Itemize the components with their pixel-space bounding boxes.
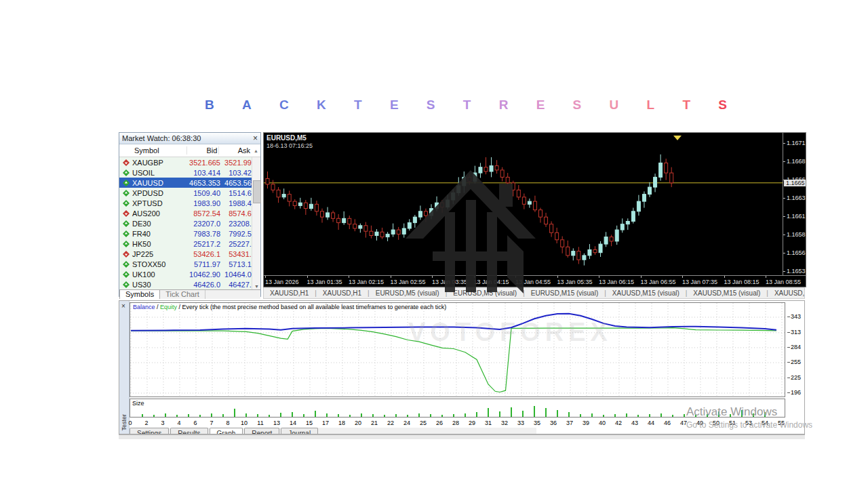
trend-up-icon <box>123 261 130 268</box>
trend-up-icon <box>123 241 130 247</box>
chart-tab[interactable]: EURUSD,M15 (visual) <box>525 289 604 297</box>
trend-down-icon <box>123 210 130 217</box>
graph-y-tick: 255 <box>791 359 801 365</box>
bid-cell: 10462.90 <box>185 270 220 279</box>
graph-x-tick: 25 <box>416 420 430 426</box>
ask-cell: 1514.63 <box>220 189 256 197</box>
title-letter: R <box>499 98 509 113</box>
market-watch-row[interactable]: AUS2008572.548574.60 <box>119 208 260 218</box>
symbol-cell: DE30 <box>132 220 185 228</box>
trend-up-icon <box>123 190 130 197</box>
graph-legend: Balance / Equity / Every tick (the most … <box>133 304 446 310</box>
graph-x-tick: 22 <box>384 420 397 426</box>
chart-tab[interactable]: XAUUSD,M15 (visual) <box>768 289 805 297</box>
title-letter: B <box>205 98 214 113</box>
symbol-cell: AUS200 <box>132 209 185 218</box>
chart-tab[interactable]: XAUUSD,M15 (visual) <box>687 289 766 297</box>
legend-description: / Every tick (the most precise method ba… <box>177 304 446 310</box>
activate-windows-subtext: Go to Settings to activate Windows <box>686 420 812 430</box>
market-watch-row[interactable]: STOXX505711.975713.12 <box>119 259 260 269</box>
title-letter: E <box>390 98 399 113</box>
market-watch-row[interactable]: USOIL103.414103.428 <box>119 167 260 178</box>
statusbar-strip <box>119 434 805 439</box>
tester-tab-journal[interactable]: Journal <box>281 428 318 434</box>
size-label: Size <box>132 400 144 407</box>
graph-x-tick: 3 <box>156 420 170 426</box>
ask-cell: 3521.992 <box>220 159 256 167</box>
graph-x-tick: 43 <box>628 420 642 426</box>
market-watch-scrollbar[interactable]: ▼ <box>252 157 260 289</box>
app-window: BACKTESTRESULTS Market Watch: 06:38:30 ×… <box>0 0 868 488</box>
graph-x-tick: 44 <box>644 420 658 426</box>
ask-cell: 8574.60 <box>220 209 256 218</box>
balance-graph[interactable]: Balance / Equity / Every tick (the most … <box>130 302 785 397</box>
scroll-up-icon[interactable]: ▲ <box>252 148 260 153</box>
market-watch-row[interactable]: UK10010462.9010464.06 <box>119 269 260 279</box>
title-letter: U <box>610 98 619 113</box>
title-letter: S <box>573 98 582 113</box>
market-watch-tab-symbols[interactable]: Symbols <box>119 289 160 299</box>
graph-x-tick: 29 <box>465 420 479 426</box>
market-watch-row[interactable]: XAUUSD4653.3534653.569 <box>119 178 260 188</box>
bid-cell: 4653.353 <box>185 179 220 187</box>
market-watch-tab-tick-chart[interactable]: Tick Chart <box>160 290 205 299</box>
market-watch-row[interactable]: US3046426.046427.5 <box>119 279 260 289</box>
close-icon[interactable]: × <box>253 134 258 142</box>
time-tick: 13 Jan 05:35 <box>557 279 593 285</box>
graph-x-tick: 40 <box>595 420 609 426</box>
column-header-bid[interactable]: Bid <box>187 146 220 155</box>
graph-y-tick: 313 <box>791 329 801 336</box>
bid-cell: 46426.0 <box>185 281 220 289</box>
column-header-ask[interactable]: Ask <box>219 146 252 155</box>
symbol-cell: HK50 <box>132 240 185 248</box>
symbol-cell: USOIL <box>132 169 185 177</box>
market-watch-rows: XAUGBP3521.6653521.992USOIL103.414103.42… <box>119 157 260 289</box>
chart-info-line: 18-6.13 07:16:25 <box>267 142 313 149</box>
ask-cell: 1988.48 <box>220 199 256 207</box>
bid-cell: 103.414 <box>185 169 220 177</box>
title-letter: S <box>718 98 727 113</box>
graph-x-tick: 0 <box>123 420 137 426</box>
ask-cell: 53431.1 <box>220 250 256 258</box>
scroll-down-icon[interactable]: ▼ <box>252 284 261 289</box>
graph-x-tick: 26 <box>433 420 446 426</box>
graph-x-tick: 4 <box>172 420 186 426</box>
graph-y-tick: 196 <box>791 389 801 396</box>
market-watch-row[interactable]: JP22553426.153431.1 <box>119 249 260 259</box>
trend-up-icon <box>123 200 130 207</box>
symbol-cell: US30 <box>132 281 185 289</box>
graph-x-tick: 15 <box>302 420 316 426</box>
symbol-cell: JP225 <box>132 250 185 258</box>
trend-up-icon <box>123 220 130 227</box>
market-watch-row[interactable]: FR407983.787992.50 <box>119 228 260 239</box>
legend-balance: Balance <box>133 304 155 310</box>
trend-down-icon <box>123 251 130 258</box>
price-tick: 1.1671 <box>787 140 806 146</box>
close-icon[interactable]: × <box>121 302 125 310</box>
price-tick: 1.1663 <box>787 195 806 201</box>
market-watch-header: Symbol Bid Ask ▲ <box>119 144 260 157</box>
column-header-symbol[interactable]: Symbol <box>119 146 187 155</box>
graph-x-tick: 32 <box>498 420 511 426</box>
tester-tab-graph[interactable]: Graph <box>210 428 243 434</box>
price-axis[interactable]: 1.16711.16681.16661.16631.16611.16581.16… <box>783 133 806 275</box>
symbol-cell: XAUUSD <box>132 179 185 187</box>
scrollbar-thumb[interactable] <box>253 180 261 203</box>
tester-tab-report[interactable]: Report <box>244 428 279 434</box>
chart-tab[interactable]: XAUUSD,M15 (visual) <box>606 289 686 297</box>
bid-cell: 1983.90 <box>185 199 220 207</box>
market-watch-row[interactable]: XPTUSD1983.901988.48 <box>119 198 260 208</box>
market-watch-row[interactable]: HK5025217.225227.6 <box>119 239 260 249</box>
market-watch-row[interactable]: XPDUSD1509.401514.63 <box>119 188 260 198</box>
chart-tab[interactable]: XAUUSD,H1 <box>317 289 368 297</box>
tester-tab-results[interactable]: Results <box>170 428 208 434</box>
graph-x-tick: 6 <box>189 420 202 426</box>
graph-x-tick: 35 <box>530 420 544 426</box>
tester-tab-settings[interactable]: Settings <box>130 428 169 434</box>
time-tick: 13 Jan 2026 <box>265 279 299 285</box>
graph-x-tick: 37 <box>563 420 576 426</box>
market-watch-row[interactable]: DE3023207.023208.1 <box>119 218 260 228</box>
chart-tab[interactable]: XAUUSD,H1 <box>264 289 315 297</box>
time-tick: 13 Jan 06:15 <box>599 279 634 285</box>
market-watch-row[interactable]: XAUGBP3521.6653521.992 <box>119 157 260 167</box>
